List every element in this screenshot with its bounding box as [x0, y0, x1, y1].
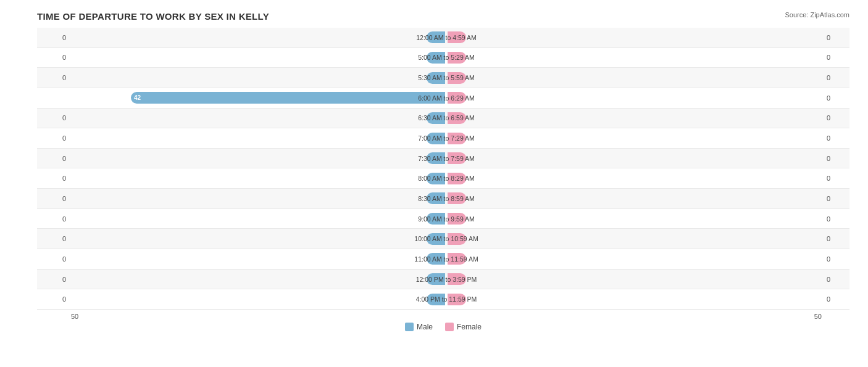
axis-left-label: 50: [71, 313, 78, 320]
bar-row: 07:30 AM to 7:59 AM0: [37, 149, 849, 169]
time-label: 12:00 AM to 4:59 AM: [416, 34, 476, 41]
bar-row: 09:00 AM to 9:59 AM0: [37, 209, 849, 229]
male-side: [71, 149, 446, 168]
female-side: [446, 109, 822, 128]
male-side: [71, 168, 446, 188]
bars-section: 5:30 AM to 5:59 AM: [71, 68, 822, 88]
bar-row: 08:30 AM to 8:59 AM0: [37, 189, 849, 209]
female-side: [446, 189, 822, 208]
time-label: 7:00 AM to 7:29 AM: [418, 134, 475, 142]
bars-section: 8:00 AM to 8:29 AM: [71, 168, 822, 188]
right-value: 0: [822, 134, 849, 142]
time-label: 8:00 AM to 8:29 AM: [418, 175, 475, 182]
right-value: 0: [822, 114, 849, 122]
female-legend-label: Female: [457, 323, 482, 331]
male-legend-label: Male: [417, 323, 433, 331]
left-value: 0: [37, 235, 71, 242]
bars-section: 5:00 AM to 5:29 AM: [71, 48, 822, 68]
bars-section: 8:30 AM to 8:59 AM: [71, 189, 822, 208]
legend-male: Male: [405, 323, 433, 331]
female-side: [446, 229, 822, 249]
bar-row: 04:00 PM to 11:59 PM0: [37, 289, 849, 310]
male-side: [71, 48, 446, 68]
bars-section: 11:00 AM to 11:59 AM: [71, 249, 822, 269]
bar-row: 426:00 AM to 6:29 AM0: [37, 88, 849, 109]
bar-row: 05:00 AM to 5:29 AM0: [37, 48, 849, 68]
female-side: [446, 149, 822, 168]
right-value: 0: [822, 94, 849, 102]
male-side: [71, 289, 446, 309]
legend-female: Female: [445, 323, 482, 331]
axis-scale: 50 50: [71, 313, 822, 320]
bar-row: 012:00 AM to 4:59 AM0: [37, 28, 849, 48]
right-value: 0: [822, 295, 849, 303]
left-value: 0: [37, 276, 71, 283]
bars-section: 7:30 AM to 7:59 AM: [71, 149, 822, 168]
axis-bottom: 50 50: [37, 313, 849, 320]
right-value: 0: [822, 276, 849, 283]
right-value: 0: [822, 155, 849, 162]
left-value: 0: [37, 155, 71, 162]
right-value: 0: [822, 54, 849, 61]
time-label: 5:30 AM to 5:59 AM: [418, 74, 475, 81]
male-side: [71, 249, 446, 269]
bars-section: 9:00 AM to 9:59 AM: [71, 209, 822, 229]
male-legend-box: [405, 323, 414, 331]
bar-row: 08:00 AM to 8:29 AM0: [37, 168, 849, 189]
female-side: [446, 209, 822, 229]
left-value: 0: [37, 195, 71, 202]
female-side: [446, 289, 822, 309]
left-value: 0: [37, 74, 71, 81]
left-value: 0: [37, 295, 71, 303]
time-label: 9:00 AM to 9:59 AM: [418, 215, 475, 223]
left-value: 0: [37, 34, 71, 41]
time-label: 6:30 AM to 6:59 AM: [418, 114, 475, 122]
axis-right-label: 50: [814, 313, 822, 320]
male-side: [71, 128, 446, 148]
male-side: [71, 68, 446, 88]
time-label: 8:30 AM to 8:59 AM: [418, 195, 475, 202]
male-side: [71, 109, 446, 128]
right-value: 0: [822, 255, 849, 263]
male-side: [71, 209, 446, 229]
time-label: 12:00 PM to 3:59 PM: [416, 276, 477, 283]
rows-container: 012:00 AM to 4:59 AM005:00 AM to 5:29 AM…: [37, 28, 849, 310]
bar-row: 012:00 PM to 3:59 PM0: [37, 270, 849, 290]
bars-section: 426:00 AM to 6:29 AM: [71, 88, 822, 108]
right-value: 0: [822, 34, 849, 41]
left-value: 0: [37, 215, 71, 223]
bars-section: 4:00 PM to 11:59 PM: [71, 289, 822, 309]
bar-row: 05:30 AM to 5:59 AM0: [37, 68, 849, 88]
left-value: 0: [37, 134, 71, 142]
chart-title: TIME OF DEPARTURE TO WORK BY SEX IN KELL…: [37, 11, 849, 22]
right-value: 0: [822, 215, 849, 223]
female-side: [446, 249, 822, 269]
left-value: 0: [37, 175, 71, 182]
bars-section: 6:30 AM to 6:59 AM: [71, 109, 822, 128]
male-side: [71, 229, 446, 249]
right-value: 0: [822, 74, 849, 81]
male-side: 42: [71, 88, 446, 108]
female-side: [446, 28, 822, 47]
chart-area: 012:00 AM to 4:59 AM005:00 AM to 5:29 AM…: [37, 28, 849, 328]
bars-section: 12:00 AM to 4:59 AM: [71, 28, 822, 47]
bars-section: 12:00 PM to 3:59 PM: [71, 270, 822, 289]
female-side: [446, 128, 822, 148]
source-label: Source: ZipAtlas.com: [785, 11, 849, 19]
bars-section: 10:00 AM to 10:59 AM: [71, 229, 822, 249]
left-value: 0: [37, 114, 71, 122]
male-side: [71, 28, 446, 47]
female-side: [446, 168, 822, 188]
right-value: 0: [822, 195, 849, 202]
time-label: 4:00 PM to 11:59 PM: [416, 295, 477, 303]
time-label: 7:30 AM to 7:59 AM: [418, 155, 475, 162]
right-value: 0: [822, 175, 849, 182]
bar-row: 011:00 AM to 11:59 AM0: [37, 249, 849, 270]
male-side: [71, 270, 446, 289]
chart-container: TIME OF DEPARTURE TO WORK BY SEX IN KELL…: [0, 0, 868, 367]
time-label: 10:00 AM to 10:59 AM: [414, 235, 478, 242]
right-value: 0: [822, 235, 849, 242]
male-side: [71, 189, 446, 208]
female-side: [446, 68, 822, 88]
time-label: 11:00 AM to 11:59 AM: [414, 255, 478, 263]
